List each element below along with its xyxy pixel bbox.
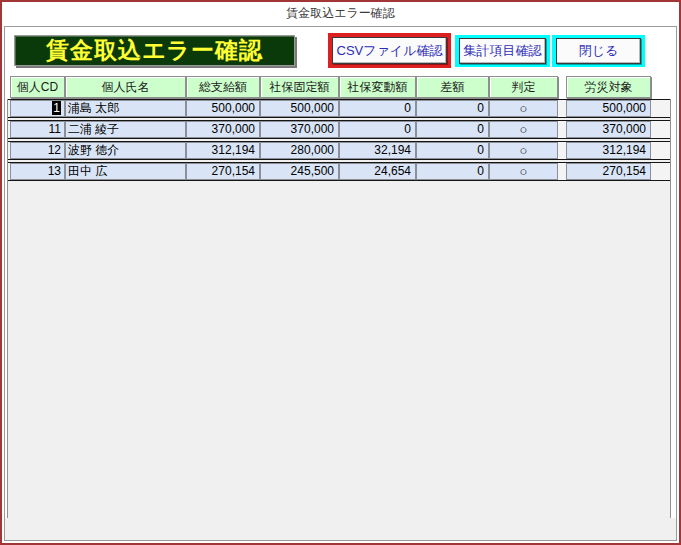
cell-difference[interactable]: 0 [416,142,489,159]
table-row: 11 二浦 綾子 370,000 370,000 0 0 ○ 370,000 [8,120,670,139]
column-header-rosai[interactable]: 労災対象 [566,76,651,98]
column-header-total-pay[interactable]: 総支給額 [186,76,260,98]
summary-items-button-frame: 集計項目確認 [455,35,550,67]
cell-rosai[interactable]: 370,000 [566,121,651,138]
cell-shaho-var[interactable]: 0 [339,121,416,138]
cell-personal-cd[interactable]: 13 [10,163,65,180]
close-button[interactable]: 閉じる [556,38,641,64]
cell-shaho-var[interactable]: 24,654 [339,163,416,180]
cell-rosai[interactable]: 312,194 [566,142,651,159]
cell-shaho-var[interactable]: 32,194 [339,142,416,159]
cell-personal-cd[interactable]: 12 [10,142,65,159]
cell-judgement[interactable]: ○ [489,142,558,159]
cell-total-pay[interactable]: 270,154 [186,163,260,180]
cell-difference[interactable]: 0 [416,100,489,117]
cell-shaho-fixed[interactable]: 500,000 [260,100,339,117]
table-row: 12 波野 徳介 312,194 280,000 32,194 0 ○ 312,… [8,141,670,160]
cell-name[interactable]: 浦島 太郎 [65,100,186,117]
cell-personal-cd[interactable]: 11 [10,121,65,138]
cell-difference[interactable]: 0 [416,121,489,138]
column-header-name[interactable]: 個人氏名 [65,76,186,98]
cell-name[interactable]: 田中 広 [65,163,186,180]
column-header-personal-cd[interactable]: 個人CD [10,76,65,98]
cell-shaho-fixed[interactable]: 280,000 [260,142,339,159]
cell-judgement[interactable]: ○ [489,100,558,117]
cell-shaho-fixed[interactable]: 245,500 [260,163,339,180]
client-area: 賃金取込エラー確認 CSVファイル確認 集計項目確認 閉じる 個人CD 個人氏名… [4,26,677,541]
cell-personal-cd[interactable]: 1 [10,100,65,117]
column-header-shaho-fixed[interactable]: 社保固定額 [260,76,339,98]
cell-shaho-fixed[interactable]: 370,000 [260,121,339,138]
table-row: 13 田中 広 270,154 245,500 24,654 0 ○ 270,1… [8,162,670,181]
csv-confirm-button[interactable]: CSVファイル確認 [332,37,447,64]
data-grid: 1 浦島 太郎 500,000 500,000 0 0 ○ 500,000 11… [7,99,671,521]
cell-rosai[interactable]: 500,000 [566,100,651,117]
cell-rosai[interactable]: 270,154 [566,163,651,180]
cell-total-pay[interactable]: 312,194 [186,142,260,159]
summary-items-button[interactable]: 集計項目確認 [459,38,546,64]
cell-total-pay[interactable]: 500,000 [186,100,260,117]
column-header-difference[interactable]: 差額 [416,76,489,98]
cell-total-pay[interactable]: 370,000 [186,121,260,138]
footer-strip [5,518,676,540]
window-title: 賃金取込エラー確認 [2,2,679,26]
cell-cursor[interactable]: 1 [52,101,61,115]
table-header-row: 個人CD 個人氏名 総支給額 社保固定額 社保変動額 差額 判定 労災対象 [5,76,676,98]
close-button-frame: 閉じる [552,35,645,67]
cell-judgement[interactable]: ○ [489,163,558,180]
banner-title: 賃金取込エラー確認 [14,35,295,66]
column-header-judgement[interactable]: 判定 [489,76,558,98]
cell-name[interactable]: 二浦 綾子 [65,121,186,138]
cell-shaho-var[interactable]: 0 [339,100,416,117]
cell-name[interactable]: 波野 徳介 [65,142,186,159]
table-row: 1 浦島 太郎 500,000 500,000 0 0 ○ 500,000 [8,99,670,118]
cell-judgement[interactable]: ○ [489,121,558,138]
column-header-shaho-var[interactable]: 社保変動額 [339,76,416,98]
app-window: 賃金取込エラー確認 賃金取込エラー確認 CSVファイル確認 集計項目確認 閉じる… [0,0,681,545]
csv-confirm-button-frame: CSVファイル確認 [328,33,451,68]
cell-difference[interactable]: 0 [416,163,489,180]
